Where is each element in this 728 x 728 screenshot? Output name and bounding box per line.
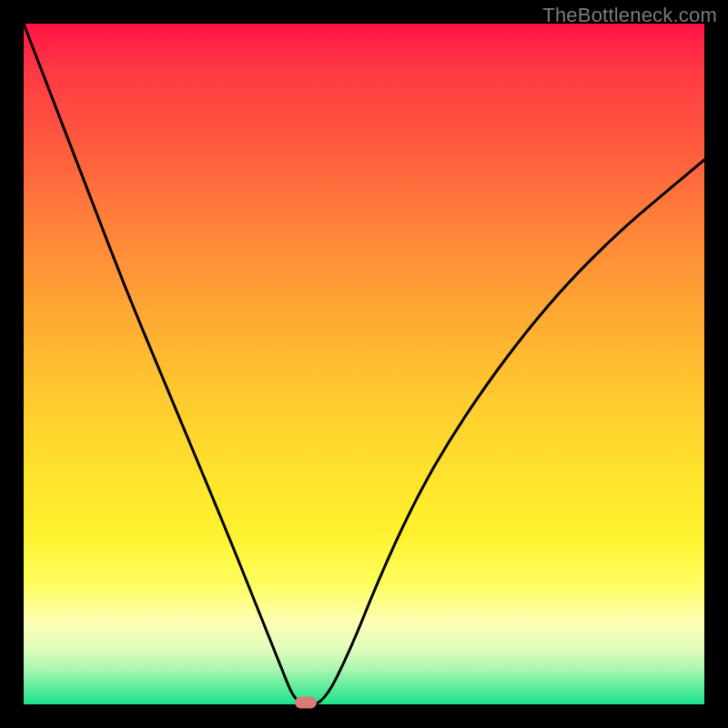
optimal-marker <box>295 696 317 708</box>
bottleneck-curve <box>24 24 704 704</box>
plot-area <box>24 24 704 704</box>
watermark-text: TheBottleneck.com <box>542 4 717 27</box>
chart-frame: TheBottleneck.com <box>0 0 728 728</box>
